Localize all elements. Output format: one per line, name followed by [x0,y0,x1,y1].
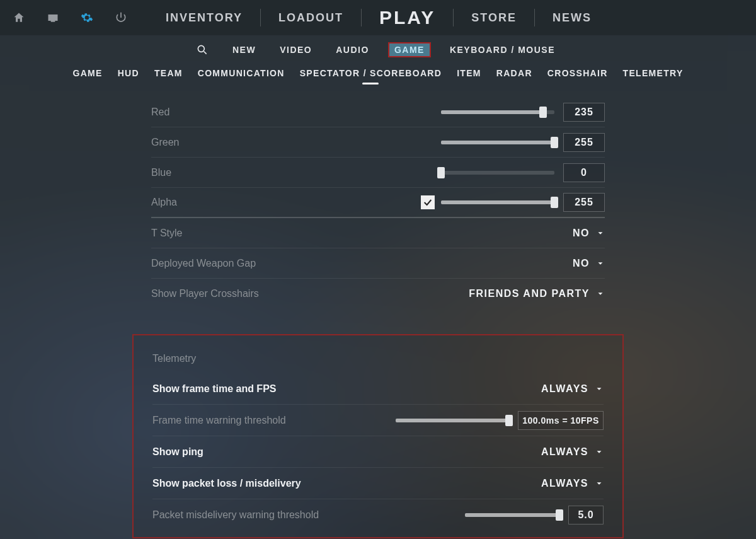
cat-new[interactable]: NEW [227,42,261,57]
nav-inventory[interactable]: INVENTORY [148,11,260,25]
row-alpha: Alpha 255 [151,188,605,218]
row-t-style: T Style NO [151,218,605,248]
value-green[interactable]: 255 [563,133,605,152]
row-green: Green 255 [151,127,605,158]
nav-play[interactable]: PLAY [362,7,453,28]
sub-team[interactable]: TEAM [154,63,183,83]
chevron-down-icon [596,229,605,238]
cat-game[interactable]: GAME [388,42,431,57]
cat-keyboard-mouse[interactable]: KEYBOARD / MOUSE [445,42,560,57]
value-show-fps: ALWAYS [541,383,588,395]
chevron-down-icon [596,259,605,268]
dropdown-show-fps[interactable]: ALWAYS [541,383,604,395]
sub-telemetry[interactable]: TELEMETRY [623,63,684,83]
value-alpha[interactable]: 255 [563,193,605,212]
cat-video[interactable]: VIDEO [275,42,317,57]
label-show-ping: Show ping [152,446,541,458]
slider-green[interactable] [441,141,554,144]
chevron-down-icon [595,385,604,393]
slider-blue[interactable] [441,171,554,175]
settings-subtabs: GAME HUD TEAM COMMUNICATION SPECTATOR / … [0,62,756,84]
value-show-player: FRIENDS AND PARTY [469,288,590,299]
home-icon[interactable] [13,11,25,24]
tv-icon[interactable] [47,11,59,24]
row-show-packet: Show packet loss / misdelivery ALWAYS [152,468,604,499]
row-show-fps: Show frame time and FPS ALWAYS [152,373,604,405]
power-icon[interactable] [115,11,127,24]
value-red[interactable]: 235 [563,103,605,122]
dropdown-t-style[interactable]: NO [573,228,605,239]
row-blue: Blue 0 [151,158,605,188]
checkbox-alpha[interactable] [421,195,435,209]
label-red: Red [151,107,441,118]
value-show-packet: ALWAYS [541,478,588,489]
topbar: INVENTORY LOADOUT PLAY STORE NEWS [0,0,756,35]
label-frame-warn: Frame time warning threshold [152,415,396,426]
row-weapon-gap: Deployed Weapon Gap NO [151,248,605,279]
search-icon[interactable] [196,43,209,56]
slider-red[interactable] [441,110,554,114]
chevron-down-icon [596,289,605,298]
sub-game[interactable]: GAME [72,63,102,83]
label-blue: Blue [151,167,441,178]
value-packet-warn[interactable]: 5.0 [568,506,604,525]
row-show-ping: Show ping ALWAYS [152,436,604,468]
row-frame-warn: Frame time warning threshold 100.0ms = 1… [152,405,604,436]
chevron-down-icon [595,448,604,456]
label-green: Green [151,137,441,148]
settings-content: Red 235 Green 255 Blue 0 Alpha 255 T Sty… [151,84,605,538]
settings-category-row: NEW VIDEO AUDIO GAME KEYBOARD / MOUSE [0,38,756,62]
dropdown-show-player[interactable]: FRIENDS AND PARTY [469,288,605,299]
dropdown-show-ping[interactable]: ALWAYS [541,446,604,458]
value-blue[interactable]: 0 [563,163,605,182]
label-alpha: Alpha [151,197,421,208]
value-frame-warn[interactable]: 100.0ms = 10FPS [518,411,604,430]
label-show-packet: Show packet loss / misdelivery [152,478,541,489]
slider-frame-warn[interactable] [396,419,509,422]
sub-hud[interactable]: HUD [118,63,139,83]
row-packet-warn: Packet misdelivery warning threshold 5.0 [152,499,604,531]
row-red: Red 235 [151,97,605,127]
dropdown-show-packet[interactable]: ALWAYS [541,478,604,489]
slider-alpha[interactable] [441,200,554,204]
sub-item[interactable]: ITEM [457,63,481,83]
settings-icon[interactable] [81,11,93,24]
value-weapon-gap: NO [573,258,590,269]
sub-crosshair[interactable]: CROSSHAIR [547,63,608,83]
value-show-ping: ALWAYS [541,446,588,458]
svg-point-0 [198,45,204,52]
sub-spectator[interactable]: SPECTATOR / SCOREBOARD [300,63,442,83]
chevron-down-icon [595,479,604,488]
slider-packet-warn[interactable] [465,513,559,517]
sub-radar[interactable]: RADAR [496,63,532,83]
nav-store[interactable]: STORE [454,11,534,25]
label-weapon-gap: Deployed Weapon Gap [151,258,573,269]
value-t-style: NO [573,228,590,239]
cat-audio[interactable]: AUDIO [331,42,374,57]
label-show-fps: Show frame time and FPS [152,383,541,395]
nav-news[interactable]: NEWS [535,11,609,25]
label-show-player: Show Player Crosshairs [151,288,469,299]
label-t-style: T Style [151,228,573,239]
telemetry-title: Telemetry [152,353,604,364]
sub-communication[interactable]: COMMUNICATION [198,63,285,83]
telemetry-section: Telemetry Show frame time and FPS ALWAYS… [132,334,624,538]
row-show-player-crosshairs: Show Player Crosshairs FRIENDS AND PARTY [151,279,605,309]
nav-loadout[interactable]: LOADOUT [261,11,361,25]
label-packet-warn: Packet misdelivery warning threshold [152,509,465,521]
dropdown-weapon-gap[interactable]: NO [573,258,605,269]
